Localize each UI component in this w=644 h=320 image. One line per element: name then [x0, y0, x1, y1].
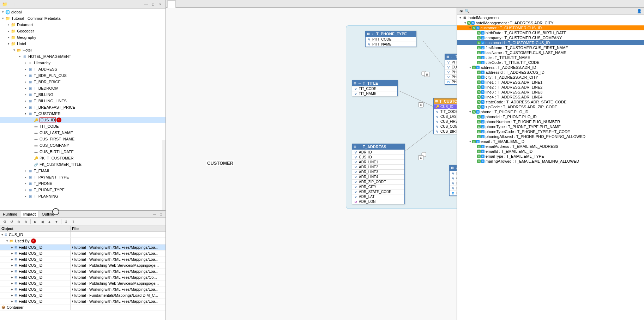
- table-t-email[interactable]: ⊞ ← T_EMAIL VEML_ID VCUS_ID VEML_ADDRESS…: [449, 165, 457, 196]
- expand-icon[interactable]: ▸: [23, 92, 28, 97]
- bottom-table-scroll[interactable]: ▾⊞CUS_ID▾📂Used By2▸⊞Field CUS_ID/Tutoria…: [0, 232, 165, 320]
- tree-item-cus_id[interactable]: 🔑CUS_ID1: [0, 117, 165, 123]
- tree-item-t_billing[interactable]: ▸⊞T_BILLING: [0, 91, 165, 98]
- tab-impact[interactable]: Impact: [20, 211, 39, 217]
- expand-icon[interactable]: ▾: [1, 16, 5, 20]
- bottom-row-7[interactable]: ▸⊞Field CUS_ID/Tutorial - Working with X…: [0, 274, 165, 280]
- data-tree-item-26[interactable]: SBemailAddress : T_EMAIL.EML_ADDRESS: [457, 144, 644, 149]
- bottom-row-5[interactable]: ▸⊞Field CUS_ID/Tutorial - Publishing Web…: [0, 262, 165, 268]
- tree-item-t_payment_type[interactable]: ▸⊞T_PAYMENT_TYPE: [0, 174, 165, 180]
- expand-icon[interactable]: ▸: [23, 99, 28, 103]
- data-tree-item-28[interactable]: SBemailType : T_EMAIL.EML_TYPE: [457, 154, 644, 159]
- dt-expand[interactable]: ▾: [468, 140, 472, 143]
- table-t-title[interactable]: ⊞ ← T_TITLE VTIT_CODE VTIT_NAME: [352, 80, 398, 96]
- impact-toolbar-btn7[interactable]: ▲: [46, 218, 53, 225]
- expand-icon[interactable]: ▾: [18, 54, 22, 59]
- bottom-row-1[interactable]: ▾📂Used By2: [0, 238, 165, 244]
- table-t-phone[interactable]: ⊞ ← T_PHONE VPHO_ID VCUS_ID VPHT_CODE VP…: [445, 54, 457, 85]
- expand-icon[interactable]: ▸: [23, 80, 28, 84]
- tree-item-t_phone[interactable]: ▸⊞T_PHONE: [0, 180, 165, 187]
- data-tree-item-11[interactable]: SBaddressId : T_ADDRESS.CUS_ID: [457, 70, 644, 75]
- maximize-btn[interactable]: □: [150, 1, 156, 7]
- bottom-panel-minimize[interactable]: —: [151, 211, 158, 217]
- expand-icon[interactable]: ▸: [6, 23, 11, 27]
- tree-item-t_email[interactable]: ▸⊞T_EMAIL: [0, 168, 165, 174]
- tree-item-hotel_mgmt[interactable]: ▾⊞HOTEL_MANAGEMENT: [0, 53, 165, 60]
- expand-icon[interactable]: ▸: [6, 35, 11, 40]
- bottom-row-11[interactable]: ▸⊞Field CUS_ID/Tutorial - Working with X…: [0, 298, 165, 304]
- data-tree-item-12[interactable]: SBcity : T_ADDRESS.ADR_CITY: [457, 75, 644, 80]
- data-tree-item-29[interactable]: SBmailingAllowed : T_EMAIL.EML_MAILING_A…: [457, 159, 644, 164]
- data-tree-item-24[interactable]: SBphoningAllowed : T_PHONE.PHO_PHONING_A…: [457, 134, 644, 139]
- table-t-address[interactable]: ⊞ ← T_ADDRESS VADR_ID VCUS_ID VADR_LINE1…: [352, 144, 405, 204]
- expand-icon[interactable]: ▸: [23, 61, 28, 65]
- tree-item-cus_company[interactable]: ▬CUS_COMPANY: [0, 142, 165, 149]
- data-tree-item-9[interactable]: SBtitleCode : T_TITLE.TIT_CODE: [457, 60, 644, 65]
- bottom-row-0[interactable]: ▾⊞CUS_ID: [0, 232, 165, 238]
- tree-item-datamart[interactable]: ▸📁Datamart: [0, 22, 165, 28]
- tree-item-t_bdr_pln_cus[interactable]: ▸⊞T_BDR_PLN_CUS: [0, 72, 165, 79]
- impact-toolbar-btn9[interactable]: ⬇: [63, 218, 69, 225]
- project-tree-scroll[interactable]: ▾🌐global▾📁Tutorial - Common Metadata▸📁Da…: [0, 9, 165, 210]
- tree-item-t_customer[interactable]: ▾⊞T_CUSTOMER: [0, 110, 165, 117]
- data-tree-item-10[interactable]: ▾SBaddress : T_ADDRESS.ADR_ID: [457, 65, 644, 70]
- bottom-row-10[interactable]: ▸⊞Field CUS_ID/Tutorial - Fundamentals/M…: [0, 292, 165, 298]
- expand-icon[interactable]: ▸: [23, 105, 28, 109]
- dt-expand[interactable]: ▾: [458, 16, 462, 19]
- impact-toolbar-btn3[interactable]: ⊕: [16, 218, 22, 225]
- tree-item-tit_code[interactable]: ▬TIT_CODE: [0, 123, 165, 129]
- data-tree-scroll[interactable]: ▾⊞hotelManagement▾SBhotelManagement : T_…: [457, 15, 644, 320]
- impact-toolbar-btn10[interactable]: ⬆: [70, 218, 76, 225]
- impact-toolbar-btn8[interactable]: ▼: [53, 218, 60, 225]
- expand-icon[interactable]: ▾: [12, 48, 16, 52]
- data-tree-item-6[interactable]: SBfirstName : T_CUSTOMER.CUS_FIRST_NAME: [457, 45, 644, 50]
- dt-expand[interactable]: ▾: [468, 110, 472, 114]
- table-t-customer[interactable]: ⊞ T_CUSTOMER 🔑 🔑 CUS_ID VTIT_CODE VCUS_L…: [433, 98, 457, 134]
- tree-item-t_address[interactable]: ▸⊞T_ADDRESS: [0, 66, 165, 72]
- impact-toolbar-btn4[interactable]: ⊗: [23, 218, 29, 225]
- close-panel-btn[interactable]: ×: [157, 1, 163, 7]
- expand-icon[interactable]: ▸: [23, 73, 28, 78]
- tree-item-t_bedroom[interactable]: ▸⊞T_BEDROOM: [0, 85, 165, 91]
- data-tree-item-3[interactable]: SBbirthDate : T_CUSTOMER.CUS_BIRTH_DATE: [457, 30, 644, 35]
- tree-item-hierarchy[interactable]: ▸≡Hierarchy: [0, 60, 165, 66]
- tab-project-explorer[interactable]: [10, 4, 13, 5]
- data-tree-item-14[interactable]: SBline2 : T_ADDRESS.ADR_LINE2: [457, 85, 644, 90]
- data-tree-item-15[interactable]: SBline3 : T_ADDRESS.ADR_LINE3: [457, 90, 644, 95]
- minimize-btn[interactable]: —: [143, 1, 149, 7]
- tree-item-fk_customer_title[interactable]: 🔗FK_CUSTOMER_TITLE: [0, 161, 165, 168]
- tree-item-cus_last_name[interactable]: ▬CUS_LAST_NAME: [0, 129, 165, 136]
- bottom-row-9[interactable]: ▸⊞Field CUS_ID/Tutorial - Working with X…: [0, 286, 165, 292]
- data-tree-item-0[interactable]: ▾⊞hotelManagement: [457, 15, 644, 20]
- tree-item-t_breakfast_price[interactable]: ▸⊞T_BREAKFAST_PRICE: [0, 104, 165, 110]
- dt-expand[interactable]: ▾: [468, 66, 472, 69]
- tree-item-cus_first_name[interactable]: ▬CUS_FIRST_NAME: [0, 136, 165, 142]
- expand-icon[interactable]: ▸: [6, 29, 11, 33]
- tree-item-geocoder[interactable]: ▸📁Geocoder: [0, 28, 165, 34]
- tree-item-hotel[interactable]: ▾📁Hotel: [0, 41, 165, 47]
- expand-icon[interactable]: ▸: [23, 67, 28, 71]
- expand-icon[interactable]: ▸: [23, 194, 28, 198]
- impact-toolbar-btn6[interactable]: ◀: [39, 218, 46, 225]
- tree-item-pk_t_customer[interactable]: 🔑PK_T_CUSTOMER: [0, 155, 165, 161]
- tree-item-hotel2[interactable]: ▾📂Hotel: [0, 47, 165, 53]
- data-tree-item-23[interactable]: SBphoneTypeCode : T_PHONE_TYPE.PHT_CODE: [457, 129, 644, 134]
- expand-icon[interactable]: ▸: [23, 181, 28, 186]
- tree-item-cus_birth_date[interactable]: ▬CUS_BIRTH_DATE: [0, 149, 165, 155]
- data-tree-item-13[interactable]: SBline1 : T_ADDRESS.ADR_LINE1: [457, 80, 644, 85]
- bottom-row-12[interactable]: 📦Container: [0, 304, 165, 310]
- table-t-phone-type[interactable]: ⊞ ← T_PHONE_TYPE V PHT_CODE V PHT_NAME: [365, 31, 416, 47]
- data-tree-item-8[interactable]: SBtitle : T_TITLE.TIT_NAME: [457, 55, 644, 60]
- diagram-canvas[interactable]: ⊞ ← T_PHONE_TYPE V PHT_CODE V PHT_NAME: [166, 8, 457, 320]
- data-tree-item-7[interactable]: SBlastName : T_CUSTOMER.CUS_LAST_NAME: [457, 50, 644, 55]
- impact-toolbar-btn1[interactable]: ⚙: [1, 218, 8, 225]
- expand-icon[interactable]: ▾: [6, 42, 11, 46]
- data-tree-item-5[interactable]: SBcustomerId : T_CUSTOMER.CUS_ID: [457, 40, 644, 45]
- main-tab-diagram[interactable]: [167, 0, 176, 8]
- bottom-row-6[interactable]: ▸⊞Field CUS_ID/Tutorial - Working with X…: [0, 268, 165, 274]
- tree-item-tutorial[interactable]: ▾📁Tutorial - Common Metadata: [0, 15, 165, 22]
- tab-runtime[interactable]: Runtime: [0, 211, 20, 217]
- search-icon-dp[interactable]: 🔍: [465, 9, 470, 13]
- data-tree-item-17[interactable]: SBstateCode : T_ADDRESS.ADR_STATE_CODE: [457, 99, 644, 104]
- data-tree-item-18[interactable]: SBzipCode : T_ADDRESS.ADR_ZIP_CODE: [457, 104, 644, 109]
